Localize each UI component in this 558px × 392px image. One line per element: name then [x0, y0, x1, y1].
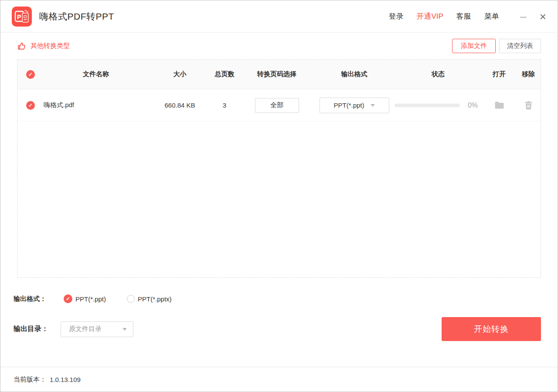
nav-login[interactable]: 登录 [388, 11, 403, 21]
output-dir-row: 输出目录： 原文件目录 开始转换 [14, 317, 544, 341]
toolbar: 其他转换类型 添加文件 清空列表 [17, 33, 541, 59]
chevron-down-icon [371, 104, 375, 107]
header-size: 大小 [148, 70, 211, 78]
header-remove: 移除 [514, 70, 541, 78]
minimize-button[interactable]: — [520, 13, 527, 20]
output-dir-label: 输出目录： [14, 324, 48, 334]
header-page-select: 转换页码选择 [238, 70, 316, 78]
row-check-icon[interactable]: ✓ [26, 101, 35, 110]
output-dir-select[interactable]: 原文件目录 [61, 321, 133, 337]
radio-pptx-circle-icon [127, 295, 135, 303]
other-conversion-types-label: 其他转换类型 [31, 42, 70, 50]
status-cell: 0% [392, 101, 484, 109]
trash-icon [524, 101, 533, 110]
header-status: 状态 [392, 70, 484, 78]
footer-bar: 当前版本： 1.0.13.109 [0, 367, 558, 392]
output-format-label: 输出格式： [14, 295, 46, 303]
format-cell: PPT(*.ppt) [316, 98, 392, 113]
nav-support[interactable]: 客服 [456, 11, 471, 21]
version-value: 1.0.13.109 [50, 376, 81, 383]
title-bar: P 嗨格式PDF转PPT 登录 开通VIP 客服 菜单 — × [0, 0, 558, 33]
thumb-up-icon [17, 41, 27, 51]
open-folder-button[interactable] [494, 101, 504, 109]
remove-cell [514, 101, 541, 110]
output-dir-value: 原文件目录 [69, 325, 102, 333]
radio-ppt-label: PPT(*.ppt) [75, 295, 106, 303]
select-all-check-icon[interactable]: ✓ [26, 70, 35, 79]
start-convert-button[interactable]: 开始转换 [442, 317, 541, 341]
close-button[interactable]: × [540, 11, 546, 22]
app-title: 嗨格式PDF转PPT [39, 10, 114, 23]
open-cell [484, 101, 514, 109]
radio-pptx-label: PPT(*.pptx) [138, 295, 172, 303]
table-row: ✓ 嗨格式.pdf 660.84 KB 3 全部 PPT(*.ppt) [17, 89, 541, 122]
header-select-all-cell: ✓ [17, 70, 44, 79]
header-open: 打开 [484, 70, 514, 78]
app-window: P 嗨格式PDF转PPT 登录 开通VIP 客服 菜单 — × 其他转换类型 [0, 0, 558, 392]
svg-text:P: P [17, 14, 21, 20]
folder-icon [494, 101, 504, 109]
file-pages: 3 [211, 101, 238, 109]
row-format-select[interactable]: PPT(*.ppt) [320, 98, 389, 113]
progress-bar [395, 104, 460, 107]
file-list-panel: ✓ 文件名称 大小 总页数 转换页码选择 输出格式 状态 打开 移除 ✓ 嗨格式… [17, 59, 541, 278]
nav-menu[interactable]: 菜单 [484, 11, 499, 21]
nav-open-vip[interactable]: 开通VIP [416, 11, 443, 21]
window-controls: — × [520, 11, 546, 22]
app-logo-icon: P [12, 7, 32, 27]
version-label: 当前版本： [14, 375, 46, 384]
top-nav: 登录 开通VIP 客服 菜单 [388, 11, 499, 21]
radio-ppt-check-icon: ✓ [64, 294, 72, 303]
radio-ppt[interactable]: ✓ PPT(*.ppt) [64, 294, 106, 303]
table-header-row: ✓ 文件名称 大小 总页数 转换页码选择 输出格式 状态 打开 移除 [17, 60, 541, 89]
remove-trash-button[interactable] [524, 101, 533, 110]
file-size: 660.84 KB [148, 101, 211, 109]
main-content: 其他转换类型 添加文件 清空列表 ✓ 文件名称 大小 总页数 转换页码选择 输出… [0, 33, 558, 367]
file-name: 嗨格式.pdf [44, 101, 148, 109]
add-file-button[interactable]: 添加文件 [452, 39, 496, 53]
chevron-down-icon [122, 328, 127, 331]
radio-pptx[interactable]: PPT(*.pptx) [127, 295, 172, 303]
page-range-button[interactable]: 全部 [255, 98, 299, 113]
other-conversion-types-link[interactable]: 其他转换类型 [17, 41, 70, 51]
row-select-cell: ✓ [17, 101, 44, 110]
output-format-row: 输出格式： ✓ PPT(*.ppt) PPT(*.pptx) [14, 294, 544, 303]
header-file-name: 文件名称 [44, 70, 148, 78]
header-total-pages: 总页数 [211, 70, 238, 78]
header-output-format: 输出格式 [316, 70, 392, 78]
page-select-cell: 全部 [238, 98, 316, 113]
row-format-value: PPT(*.ppt) [333, 101, 364, 109]
clear-list-button[interactable]: 清空列表 [499, 39, 541, 53]
progress-percent-label: 0% [468, 101, 478, 109]
